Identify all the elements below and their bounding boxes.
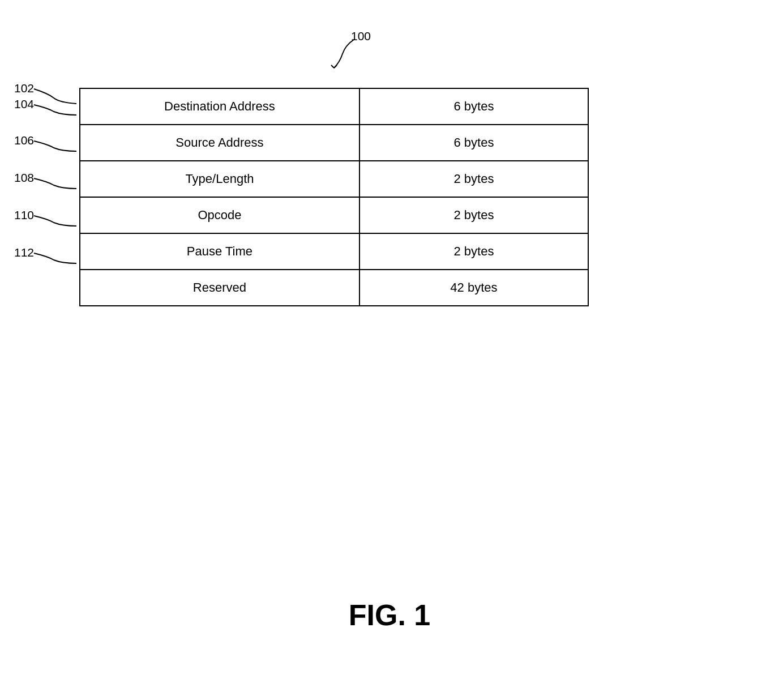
field-size: 42 bytes: [359, 270, 588, 306]
figure-label: FIG. 1: [349, 598, 430, 632]
table-row: Destination Address6 bytes: [80, 88, 588, 125]
field-size: 2 bytes: [359, 197, 588, 233]
field-size: 6 bytes: [359, 88, 588, 125]
field-name: Pause Time: [80, 233, 359, 270]
svg-line-1: [334, 65, 337, 68]
table-row: Source Address6 bytes: [80, 125, 588, 161]
packet-table: Destination Address6 bytesSource Address…: [79, 88, 589, 306]
svg-line-0: [331, 65, 334, 68]
ref-106-squiggle: 106: [14, 134, 88, 163]
table-row: Reserved42 bytes: [80, 270, 588, 306]
svg-text:106: 106: [14, 134, 34, 147]
table-row: Pause Time2 bytes: [80, 233, 588, 270]
svg-text:108: 108: [14, 172, 34, 184]
arrow-100-icon: [323, 34, 368, 74]
field-size: 2 bytes: [359, 161, 588, 197]
ref-104-squiggle: 104: [14, 98, 88, 126]
ref-110-squiggle: 110: [14, 209, 88, 237]
field-size: 6 bytes: [359, 125, 588, 161]
field-name: Opcode: [80, 197, 359, 233]
field-name: Type/Length: [80, 161, 359, 197]
table-row: Type/Length2 bytes: [80, 161, 588, 197]
svg-text:102: 102: [14, 82, 34, 95]
diagram: 102 Destination Address6 bytesSource Add…: [79, 88, 589, 306]
field-name: Reserved: [80, 270, 359, 306]
svg-text:112: 112: [14, 246, 34, 259]
ref-112-squiggle: 112: [14, 246, 88, 275]
svg-text:110: 110: [14, 209, 34, 221]
ref-108-squiggle: 108: [14, 172, 88, 200]
svg-text:104: 104: [14, 98, 34, 110]
field-size: 2 bytes: [359, 233, 588, 270]
table-row: Opcode2 bytes: [80, 197, 588, 233]
field-name: Destination Address: [80, 88, 359, 125]
field-name: Source Address: [80, 125, 359, 161]
page: 100 102 Destination Address6 bytesSource…: [0, 0, 779, 700]
